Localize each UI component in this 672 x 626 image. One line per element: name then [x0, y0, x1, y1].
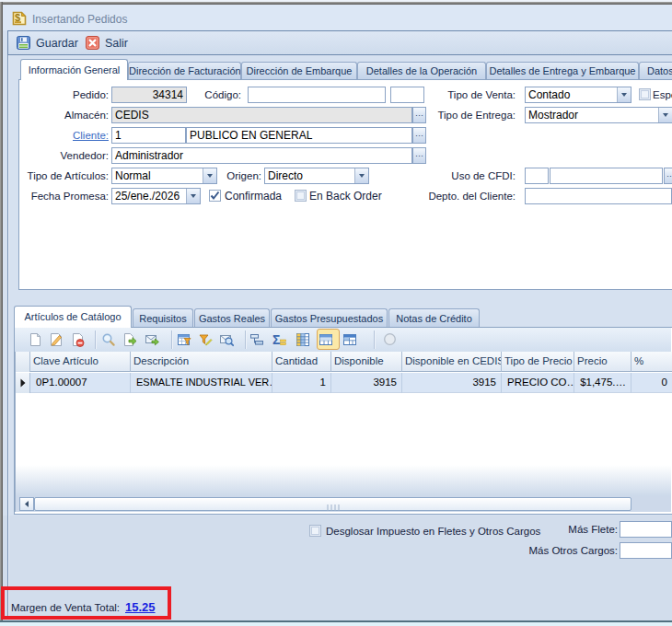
svg-text:Σ: Σ — [272, 332, 280, 347]
